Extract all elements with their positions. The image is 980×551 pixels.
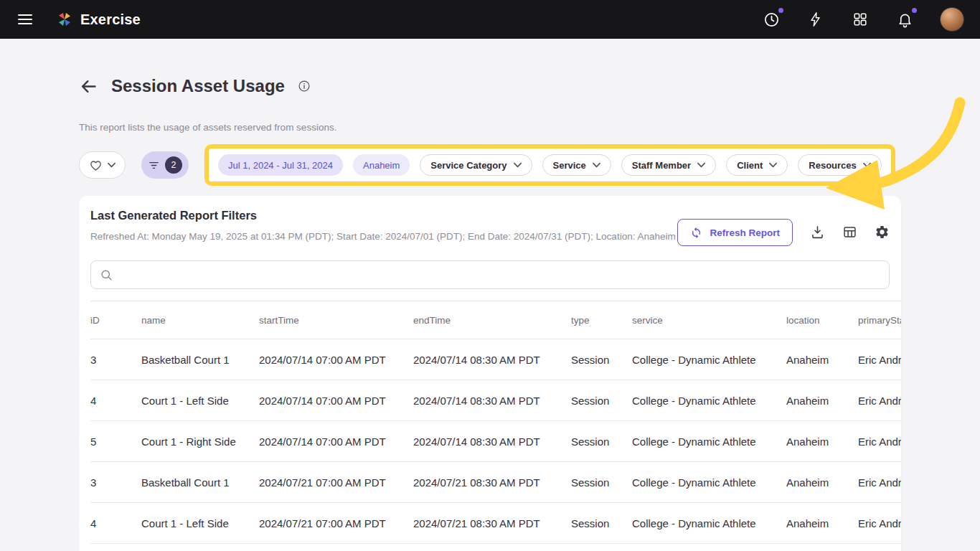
- date-range-filter-chip[interactable]: Jul 1, 2024 - Jul 31, 2024: [218, 154, 343, 176]
- cell-name: Basketball Court 1: [141, 354, 259, 366]
- info-icon[interactable]: [298, 80, 311, 93]
- column-header-location[interactable]: location: [786, 315, 858, 326]
- gear-icon[interactable]: [875, 225, 890, 240]
- report-table: iD name startTime endTime type service l…: [90, 301, 901, 544]
- resources-dropdown[interactable]: Resources: [798, 154, 881, 176]
- cell-id: 3: [90, 354, 141, 366]
- cell-id: 4: [90, 517, 141, 529]
- cell-service: College - Dynamic Athlete: [632, 435, 786, 448]
- history-icon[interactable]: [762, 10, 781, 29]
- cell-type: Session: [571, 435, 632, 448]
- cell-primarystaff: Eric Andre: [858, 476, 901, 489]
- bell-icon[interactable]: [895, 10, 914, 29]
- table-row: 3 Basketball Court 1 2024/07/21 07:00 AM…: [90, 462, 901, 503]
- chevron-down-icon: [769, 162, 777, 168]
- cell-starttime: 2024/07/21 07:00 AM PDT: [259, 517, 413, 529]
- lightning-icon[interactable]: [806, 10, 825, 29]
- cell-name: Basketball Court 1: [141, 476, 259, 489]
- filter-row: 2 Jul 1, 2024 - Jul 31, 2024 Anaheim Ser…: [79, 144, 901, 186]
- table-header-row: iD name startTime endTime type service l…: [90, 301, 901, 339]
- cell-endtime: 2024/07/21 08:30 AM PDT: [413, 476, 571, 489]
- cell-id: 4: [90, 395, 141, 407]
- table-view-icon[interactable]: [842, 225, 857, 240]
- cell-endtime: 2024/07/21 08:30 AM PDT: [413, 517, 571, 529]
- brand-logo[interactable]: Exercise: [56, 11, 141, 28]
- refresh-report-button[interactable]: Refresh Report: [677, 219, 793, 246]
- page-description: This report lists the usage of assets re…: [79, 122, 901, 133]
- brand-name: Exercise: [80, 11, 141, 28]
- column-header-id[interactable]: iD: [90, 315, 141, 326]
- filter-icon: [148, 159, 160, 171]
- cell-name: Court 1 - Right Side: [141, 435, 259, 448]
- active-filters-button[interactable]: 2: [141, 151, 189, 179]
- staff-member-label: Staff Member: [632, 160, 691, 171]
- apps-grid-icon[interactable]: [851, 10, 870, 29]
- column-header-primarystaff[interactable]: primaryStaff: [858, 315, 901, 326]
- download-icon[interactable]: [810, 225, 825, 240]
- cell-service: College - Dynamic Athlete: [632, 395, 786, 407]
- service-dropdown[interactable]: Service: [542, 154, 611, 176]
- refresh-report-label: Refresh Report: [710, 227, 780, 238]
- filter-count-badge: 2: [165, 156, 182, 174]
- search-input[interactable]: [120, 269, 880, 281]
- cell-type: Session: [571, 476, 632, 489]
- staff-member-dropdown[interactable]: Staff Member: [621, 154, 716, 176]
- table-search: [90, 260, 890, 289]
- cell-location: Anaheim: [786, 354, 858, 366]
- cell-id: 5: [90, 435, 141, 448]
- cell-name: Court 1 - Left Side: [141, 517, 259, 529]
- cell-location: Anaheim: [786, 395, 858, 407]
- back-arrow-icon[interactable]: [79, 77, 98, 96]
- filter-pills-highlight-box: Jul 1, 2024 - Jul 31, 2024 Anaheim Servi…: [204, 144, 895, 186]
- table-row: 4 Court 1 - Left Side 2024/07/21 07:00 A…: [90, 503, 901, 544]
- cell-id: 3: [90, 476, 141, 489]
- client-label: Client: [737, 160, 763, 171]
- column-header-name[interactable]: name: [141, 315, 259, 326]
- chevron-down-icon: [863, 162, 871, 168]
- cell-primarystaff: Eric Andre: [858, 395, 901, 407]
- cell-location: Anaheim: [786, 517, 858, 529]
- bell-notification-dot: [912, 8, 917, 13]
- cell-starttime: 2024/07/14 07:00 AM PDT: [259, 435, 413, 448]
- card-heading: Last Generated Report Filters: [90, 209, 676, 222]
- report-card: Last Generated Report Filters Refreshed …: [79, 196, 901, 551]
- cell-name: Court 1 - Left Side: [141, 395, 259, 407]
- service-label: Service: [553, 160, 586, 171]
- table-row: 3 Basketball Court 1 2024/07/14 07:00 AM…: [90, 339, 901, 380]
- cell-service: College - Dynamic Athlete: [632, 476, 786, 489]
- main-content: Session Asset Usage This report lists th…: [0, 39, 980, 551]
- cell-starttime: 2024/07/21 07:00 AM PDT: [259, 476, 413, 489]
- cell-location: Anaheim: [786, 435, 858, 448]
- cell-primarystaff: Eric Andre: [858, 354, 901, 366]
- cell-endtime: 2024/07/14 08:30 AM PDT: [413, 395, 571, 407]
- favorites-button[interactable]: [79, 151, 126, 179]
- refresh-icon: [690, 227, 702, 239]
- cell-primarystaff: Eric Andre: [858, 435, 901, 448]
- service-category-dropdown[interactable]: Service Category: [420, 154, 532, 176]
- top-navbar: Exercise: [0, 0, 980, 39]
- location-filter-chip[interactable]: Anaheim: [353, 154, 410, 176]
- column-header-type[interactable]: type: [571, 315, 632, 326]
- chevron-down-icon: [514, 162, 522, 168]
- menu-icon[interactable]: [16, 10, 34, 29]
- page-title: Session Asset Usage: [111, 76, 285, 96]
- cell-endtime: 2024/07/14 08:30 AM PDT: [413, 435, 571, 448]
- chevron-down-icon: [108, 162, 116, 168]
- column-header-starttime[interactable]: startTime: [259, 315, 413, 326]
- client-dropdown[interactable]: Client: [726, 154, 788, 176]
- search-icon: [100, 268, 113, 282]
- cell-location: Anaheim: [786, 476, 858, 489]
- brand-mark-icon: [56, 11, 73, 28]
- service-category-label: Service Category: [430, 160, 507, 171]
- column-header-endtime[interactable]: endTime: [413, 315, 571, 326]
- column-header-service[interactable]: service: [632, 315, 786, 326]
- cell-service: College - Dynamic Athlete: [632, 517, 786, 529]
- table-body: 3 Basketball Court 1 2024/07/14 07:00 AM…: [90, 339, 901, 544]
- table-row: 4 Court 1 - Left Side 2024/07/14 07:00 A…: [90, 380, 901, 421]
- table-row: 5 Court 1 - Right Side 2024/07/14 07:00 …: [90, 421, 901, 462]
- heart-icon: [89, 159, 103, 172]
- cell-primarystaff: Eric Andre: [858, 517, 901, 529]
- cell-starttime: 2024/07/14 07:00 AM PDT: [259, 395, 413, 407]
- report-meta: Refreshed At: Monday May 19, 2025 at 01:…: [90, 229, 676, 245]
- avatar[interactable]: [940, 7, 964, 32]
